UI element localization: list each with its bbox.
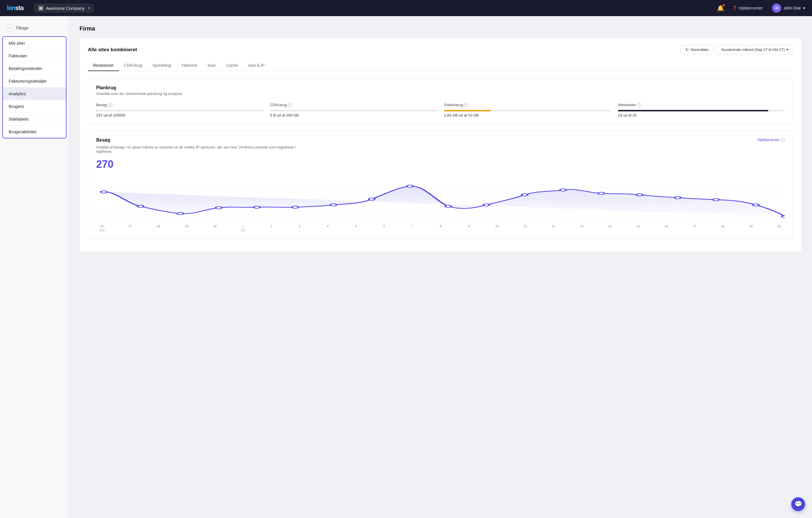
chat-button[interactable]: 💬 — [791, 497, 805, 511]
reload-icon: ↻ — [686, 48, 689, 52]
planbrug-title: Planbrug — [96, 85, 785, 90]
help-icon: ❓ — [732, 6, 737, 10]
svg-point-16 — [560, 189, 566, 191]
metric-cdn-value: 0 B ud af 200 GB — [270, 113, 437, 117]
metric-websteder-value: 18 ud af 20 — [618, 113, 785, 117]
chat-icon: 💬 — [794, 500, 802, 508]
metric-disk-bar — [444, 110, 611, 111]
back-label: Tilbage — [16, 26, 29, 30]
sidebar-nav: Min plan Fakturaer Betalingsmetoder Fakt… — [2, 36, 66, 139]
help-label: Hjælpecenter — [739, 6, 763, 10]
planbrug-section: Planbrug Overblik over din virksomheds p… — [88, 78, 793, 125]
metric-disk-label: Diskforbrug i — [444, 103, 611, 107]
company-chevron-icon: ▾ — [88, 6, 90, 10]
svg-point-6 — [177, 212, 183, 215]
svg-point-13 — [445, 205, 451, 208]
x-label-8: 8 — [438, 224, 443, 232]
sidebar: ← Tilbage Min plan Fakturaer Betalingsme… — [0, 16, 69, 518]
user-menu[interactable]: JD John Doe ▾ — [772, 3, 805, 13]
svg-point-18 — [636, 194, 642, 196]
visits-chart-svg — [96, 176, 785, 222]
kinsta-logo: kinsta — [7, 4, 24, 12]
x-label-28: 28 — [155, 224, 161, 232]
reload-label: Genindlæs — [691, 48, 708, 52]
tab-ressourcer[interactable]: Ressourcer — [88, 60, 119, 71]
tab-cdn-brug[interactable]: CDN-brug — [119, 60, 147, 71]
sidebar-item-label: Min plan — [9, 40, 25, 45]
tab-geo-ip[interactable]: Geo & IP — [243, 60, 270, 71]
svg-point-10 — [330, 204, 336, 206]
metric-websteder-bar — [618, 110, 785, 111]
metric-websteder-info-icon[interactable]: i — [637, 103, 641, 107]
help-center-button[interactable]: ❓ Hjælpecenter — [732, 6, 763, 10]
sidebar-item-brugere[interactable]: Brugere — [3, 100, 66, 113]
reload-button[interactable]: ↻ Genindlæs — [681, 45, 714, 54]
x-label-14: 14 — [607, 224, 613, 232]
page-title: Firma — [80, 25, 802, 32]
company-name: Awesome Company — [46, 6, 85, 11]
metric-disk-fill — [444, 110, 491, 111]
notification-dot — [722, 4, 725, 6]
sidebar-item-label: Brugere — [9, 104, 24, 109]
user-chevron-icon: ▾ — [803, 6, 805, 10]
x-label-20: 20 — [776, 224, 782, 232]
metric-besog-info-icon[interactable]: i — [108, 103, 112, 107]
date-range-button[interactable]: Nuværende måned (Sep 27 til Okt 27) ▾ — [717, 45, 793, 54]
sidebar-item-label: Analytics — [9, 91, 26, 96]
x-label-2: 2 — [268, 224, 274, 232]
metric-besog-fill — [96, 110, 97, 111]
metrics-grid: Besøg i 257 ud af 100000 CDN-brug i — [96, 103, 785, 117]
company-icon: 🏢 — [38, 5, 44, 11]
metric-cdn-label: CDN-brug i — [270, 103, 437, 107]
metric-websteder-label: Websteder i — [618, 103, 785, 107]
besog-section: Besøg Hjælpecenter i Antallet af besøg i… — [88, 130, 793, 239]
metric-besog-bar — [96, 110, 263, 111]
x-axis-labels: 26 Sep 27 28 29 30 1 Okt 2 3 4 5 6 — [96, 224, 785, 232]
sidebar-item-analytics[interactable]: Analytics — [3, 88, 66, 100]
svg-point-21 — [753, 204, 759, 206]
sidebar-item-fakturaer[interactable]: Fakturaer — [3, 50, 66, 62]
visits-help-link[interactable]: Hjælpecenter i — [758, 138, 785, 142]
svg-point-22 — [782, 215, 785, 218]
card-header: Alle sites kombineret ↻ Genindlæs Nuvære… — [88, 45, 793, 54]
notifications-button[interactable]: 🔔 — [717, 5, 724, 11]
sidebar-item-brugeraktivitet[interactable]: Brugeraktivitet — [3, 125, 66, 138]
tab-svar[interactable]: Svar — [202, 60, 221, 71]
date-range-chevron-icon: ▾ — [786, 48, 788, 52]
metric-websteder: Websteder i 18 ud af 20 — [618, 103, 785, 117]
visits-title: Besøg — [96, 138, 110, 143]
back-button[interactable]: ← Tilbage — [0, 22, 69, 36]
x-label-15: 15 — [635, 224, 641, 232]
date-range-label: Nuværende måned (Sep 27 til Okt 27) — [721, 48, 785, 52]
x-label-12: 12 — [551, 224, 556, 232]
x-label-29: 29 — [184, 224, 190, 232]
svg-point-17 — [598, 192, 604, 194]
sidebar-item-sidelabels[interactable]: Sidelabels — [3, 113, 66, 125]
svg-point-5 — [138, 205, 144, 208]
tab-spredning[interactable]: Spredning — [147, 60, 176, 71]
svg-point-20 — [713, 199, 719, 201]
svg-point-8 — [254, 206, 260, 208]
x-label-26: 26 Sep — [99, 224, 105, 232]
x-label-16: 16 — [663, 224, 669, 232]
svg-point-15 — [522, 194, 528, 196]
sidebar-item-label: Fakturaer — [9, 53, 27, 58]
card-controls: ↻ Genindlæs Nuværende måned (Sep 27 til … — [681, 45, 793, 54]
x-label-6: 6 — [381, 224, 387, 232]
metric-besog-value: 257 ud af 100000 — [96, 113, 263, 117]
x-label-1: 1 Okt — [240, 224, 246, 232]
metric-besog-label: Besøg i — [96, 103, 263, 107]
x-label-13: 13 — [579, 224, 584, 232]
metric-cdn-info-icon[interactable]: i — [288, 103, 292, 107]
tab-cache[interactable]: Cache — [221, 60, 243, 71]
svg-point-12 — [407, 185, 413, 187]
company-selector[interactable]: 🏢 Awesome Company ▾ — [34, 3, 94, 13]
analytics-tabs: Ressourcer CDN-brug Spredning Ydeevne Sv… — [88, 60, 793, 71]
metric-disk-info-icon[interactable]: i — [464, 103, 468, 107]
sidebar-item-min-plan[interactable]: Min plan — [3, 37, 66, 50]
sidebar-item-faktureringsdetaljer[interactable]: Faktureringsdetaljer — [3, 75, 66, 88]
visits-chart — [96, 176, 785, 222]
card-title: Alle sites kombineret — [88, 47, 137, 53]
tab-ydeevne[interactable]: Ydeevne — [176, 60, 202, 71]
sidebar-item-betalingsmetoder[interactable]: Betalingsmetoder — [3, 62, 66, 75]
